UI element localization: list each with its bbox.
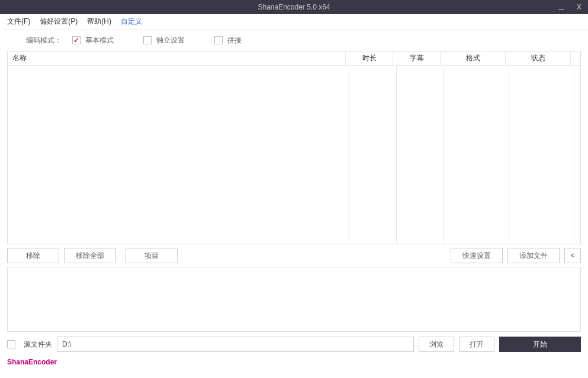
panel-toggle-button[interactable]: <: [564, 248, 581, 263]
mode-basic-label: 基本模式: [85, 35, 114, 46]
log-area: [7, 267, 581, 332]
mode-label: 编码模式：: [26, 35, 62, 46]
window-controls: _ X: [552, 0, 588, 14]
action-button-row: 移除 移除全部 项目 快速设置 添加文件 <: [0, 244, 588, 263]
add-file-button[interactable]: 添加文件: [507, 248, 560, 263]
remove-all-button[interactable]: 移除全部: [64, 248, 116, 263]
footer-brand: ShanaEncoder: [0, 352, 588, 366]
menu-file[interactable]: 文件(F): [7, 17, 30, 27]
menubar: 文件(F) 偏好设置(P) 帮助(H) 自定义: [0, 14, 588, 30]
start-button[interactable]: 开始: [499, 337, 581, 352]
checkbox-icon: [214, 36, 223, 44]
minimize-button[interactable]: _: [552, 0, 570, 14]
menu-preferences[interactable]: 偏好设置(P): [40, 17, 78, 27]
mode-concat-label: 拼接: [227, 35, 242, 46]
output-path-input[interactable]: [57, 337, 414, 352]
th-subtitle[interactable]: 字幕: [393, 51, 441, 66]
close-button[interactable]: X: [570, 0, 588, 14]
menu-help[interactable]: 帮助(H): [87, 17, 111, 27]
mode-independent-label: 独立设置: [156, 35, 185, 46]
th-duration[interactable]: 时长: [346, 51, 393, 66]
checkbox-icon: [143, 36, 152, 44]
th-format[interactable]: 格式: [441, 51, 506, 66]
window-title: ShanaEncoder 5.0 x64: [258, 3, 330, 11]
menu-custom[interactable]: 自定义: [121, 17, 142, 27]
th-spacer: [571, 51, 580, 66]
output-row: 源文件夹 浏览 打开 开始: [0, 332, 588, 352]
source-folder-check[interactable]: 源文件夹: [7, 340, 52, 350]
mode-basic[interactable]: 基本模式: [72, 35, 114, 46]
checkbox-icon: [72, 36, 81, 44]
th-name[interactable]: 名称: [8, 51, 346, 66]
table-header: 名称 时长 字幕 格式 状态: [8, 51, 580, 66]
titlebar: ShanaEncoder 5.0 x64 _ X: [0, 0, 588, 14]
checkbox-icon: [7, 340, 15, 348]
source-folder-label: 源文件夹: [24, 340, 52, 350]
mode-independent[interactable]: 独立设置: [143, 35, 185, 46]
remove-button[interactable]: 移除: [7, 248, 59, 263]
quick-settings-button[interactable]: 快速设置: [451, 248, 503, 263]
mode-concat[interactable]: 拼接: [214, 35, 242, 46]
project-button[interactable]: 项目: [126, 248, 178, 263]
file-table: 名称 时长 字幕 格式 状态: [7, 51, 581, 244]
table-body[interactable]: [8, 66, 580, 244]
mode-bar: 编码模式： 基本模式 独立设置 拼接: [0, 30, 588, 51]
th-status[interactable]: 状态: [506, 51, 571, 66]
browse-button[interactable]: 浏览: [419, 337, 454, 352]
open-button[interactable]: 打开: [459, 337, 494, 352]
